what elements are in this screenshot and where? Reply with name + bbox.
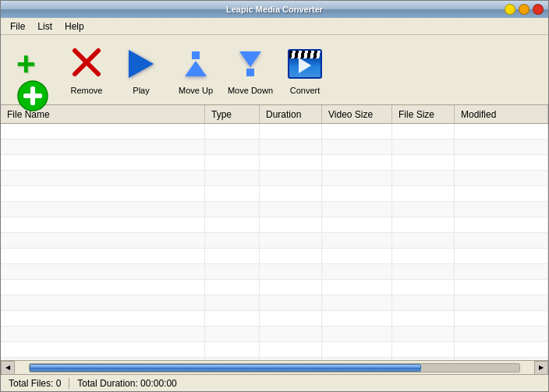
add-svg <box>16 79 49 112</box>
maximize-button[interactable] <box>519 4 530 15</box>
table-row <box>1 139 548 155</box>
close-button[interactable] <box>533 4 544 15</box>
table-row <box>1 280 548 295</box>
convert-icon-bg <box>286 45 324 83</box>
table-row <box>1 311 548 327</box>
play-icon-bg <box>122 45 160 83</box>
move-down-button[interactable]: Move Down <box>227 45 274 95</box>
menu-file[interactable]: File <box>4 19 31 34</box>
col-header-duration[interactable]: Duration <box>260 105 322 123</box>
total-files-status: Total Files: 0 <box>1 378 69 389</box>
scroll-track[interactable] <box>29 363 520 373</box>
horizontal-scrollbar[interactable]: ◀ ▶ <box>1 360 548 374</box>
table-row <box>1 186 548 202</box>
table-row <box>1 233 548 249</box>
play-button[interactable]: Play <box>118 45 165 95</box>
cell-type <box>205 124 260 139</box>
minimize-button[interactable] <box>505 4 515 15</box>
scroll-right-button[interactable]: ▶ <box>534 361 548 375</box>
status-bar: Total Files: 0 Total Duration: 00:00:00 <box>1 374 548 391</box>
scroll-left-button[interactable]: ◀ <box>1 361 15 375</box>
remove-icon-bg <box>68 45 105 83</box>
table-row <box>1 249 548 264</box>
table-row <box>1 171 548 186</box>
toolbar: Add Remove Play <box>1 35 548 105</box>
cell-modified <box>455 124 548 139</box>
scroll-thumb[interactable] <box>30 364 421 372</box>
window-title: Leapic Media Converter <box>44 5 505 14</box>
menu-bar: File List Help <box>1 18 548 35</box>
convert-play-icon <box>299 58 311 73</box>
move-up-icon-bg <box>177 45 214 83</box>
table-header: File Name Type Duration Video Size File … <box>1 105 548 124</box>
col-header-modified[interactable]: Modified <box>455 105 548 123</box>
remove-label: Remove <box>71 86 103 95</box>
move-up-button[interactable]: Move Up <box>172 45 219 95</box>
table-row <box>1 342 548 358</box>
title-bar: Leapic Media Converter <box>1 1 548 18</box>
window-controls <box>505 4 544 15</box>
table-row <box>1 264 548 280</box>
col-header-type[interactable]: Type <box>205 105 260 123</box>
remove-icon <box>70 46 103 81</box>
menu-help[interactable]: Help <box>58 19 90 34</box>
table-row <box>1 295 548 311</box>
play-label: Play <box>133 86 149 95</box>
table-body <box>1 124 548 360</box>
add-icon <box>16 48 48 79</box>
move-down-icon-bg <box>232 45 269 83</box>
cell-filename <box>1 124 205 139</box>
table-row <box>1 217 548 233</box>
table-row <box>1 202 548 217</box>
menu-list[interactable]: List <box>31 19 58 34</box>
convert-icon <box>288 49 322 79</box>
arrow-up-icon <box>185 61 207 76</box>
play-icon <box>126 48 157 79</box>
add-button[interactable]: Add <box>9 45 55 95</box>
cell-filesize <box>392 124 455 139</box>
table-row <box>1 155 548 171</box>
table-row <box>1 327 548 342</box>
content-area: File Name Type Duration Video Size File … <box>1 105 548 360</box>
move-down-label: Move Down <box>228 86 273 95</box>
cell-videosize <box>322 124 392 139</box>
convert-label: Convert <box>290 86 321 95</box>
play-triangle <box>129 50 154 78</box>
table-row <box>1 124 548 139</box>
arrow-shaft-down <box>246 69 254 76</box>
col-header-filesize[interactable]: File Size <box>392 105 455 123</box>
move-up-icon <box>182 48 210 79</box>
convert-button[interactable]: Convert <box>282 45 328 95</box>
main-window: Leapic Media Converter File List Help <box>0 0 549 392</box>
move-up-label: Move Up <box>179 86 213 95</box>
remove-svg <box>70 46 103 79</box>
total-duration-status: Total Duration: 00:00:00 <box>69 378 184 389</box>
add-icon-bg <box>13 45 51 83</box>
arrow-down-icon <box>239 51 261 67</box>
cell-duration <box>260 124 322 139</box>
col-header-videosize[interactable]: Video Size <box>322 105 392 123</box>
arrow-shaft-up <box>192 51 200 59</box>
remove-button[interactable]: Remove <box>63 45 110 95</box>
svg-rect-2 <box>30 87 35 105</box>
move-down-icon <box>236 48 264 79</box>
